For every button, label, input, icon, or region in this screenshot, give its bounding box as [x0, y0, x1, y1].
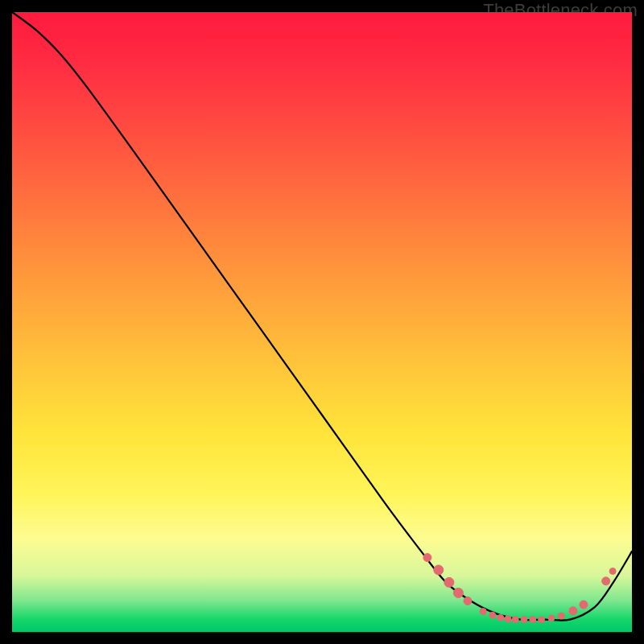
data-point-marker — [489, 612, 496, 618]
data-point-marker — [530, 617, 536, 623]
data-point-marker — [464, 597, 472, 605]
data-point-marker — [609, 568, 616, 575]
data-point-marker — [512, 617, 518, 623]
chart-frame: TheBottleneck.com — [0, 0, 644, 644]
data-point-marker — [558, 613, 564, 619]
data-point-marker — [539, 617, 545, 623]
data-point-marker — [521, 617, 527, 623]
data-point-marker — [497, 614, 504, 621]
data-point-marker — [505, 616, 511, 622]
data-point-marker — [423, 554, 431, 562]
chart-svg — [12, 12, 632, 632]
plot-area — [12, 12, 632, 632]
data-point-marker — [480, 609, 486, 615]
data-point-marker — [602, 577, 610, 585]
data-point-marker — [548, 615, 555, 621]
bottleneck-curve — [12, 12, 632, 621]
data-point-marker — [569, 607, 577, 615]
data-point-marker — [434, 565, 444, 575]
data-point-marker — [444, 577, 454, 587]
data-point-marker — [453, 588, 463, 597]
data-point-marker — [580, 601, 588, 609]
